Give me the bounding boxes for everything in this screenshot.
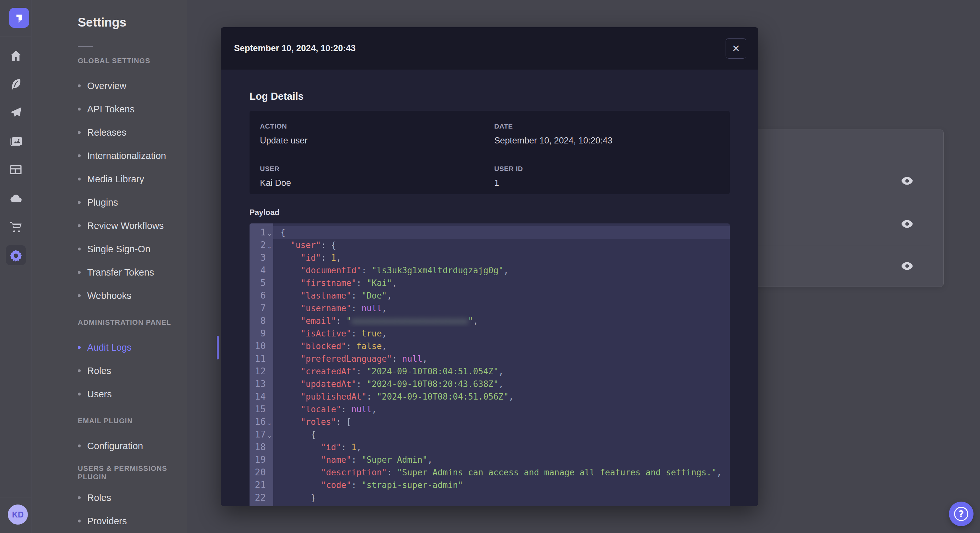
sidebar-item-api-tokens[interactable]: API Tokens (78, 104, 135, 115)
sidebar-item-overview[interactable]: Overview (78, 81, 126, 91)
fold-spacer (266, 358, 273, 360)
fold-spacer (266, 484, 273, 486)
log-details-modal: September 10, 2024, 10:20:43 ✕ Log Detai… (221, 27, 758, 506)
code-text: "username": null, (273, 302, 730, 314)
sidebar-item-single-sign-on[interactable]: Single Sign-On (78, 244, 150, 254)
sidebar-item-transfer-tokens[interactable]: Transfer Tokens (78, 267, 154, 278)
line-number: 5 (250, 278, 266, 288)
strapi-logo[interactable] (9, 8, 29, 28)
view-log-button[interactable] (898, 217, 916, 230)
code-line: 6 "lastname": "Doe", (250, 289, 730, 302)
sidebar-scrollbar-thumb[interactable] (217, 336, 219, 359)
fold-chevron-icon[interactable]: ⌄ (266, 417, 273, 427)
code-text: } (273, 491, 730, 504)
sidebar-item-media-library[interactable]: Media Library (78, 174, 144, 185)
sidebar-item-label: Overview (87, 81, 126, 91)
code-line: 2⌄ "user": { (250, 239, 730, 251)
bullet-icon (78, 271, 81, 274)
line-number: 8 (250, 316, 266, 326)
log-field: USER ID1 (494, 165, 730, 194)
rail-item-marketplace[interactable] (0, 213, 32, 241)
bullet-icon (78, 444, 81, 447)
code-text: { (273, 226, 730, 239)
line-number: 7 (250, 303, 266, 314)
rail-item-media-library[interactable] (0, 127, 32, 155)
line-number: 3 (250, 252, 266, 263)
strapi-logo-icon (13, 11, 25, 24)
rail-item-cloud[interactable] (0, 184, 32, 213)
code-line: 5 "firstname": "Kai", (250, 276, 730, 289)
log-field: DATESeptember 10, 2024, 10:20:43 (494, 122, 730, 152)
content-builder-icon (9, 78, 23, 91)
field-value: 1 (494, 178, 730, 188)
code-line: 11 "preferedLanguage": null, (250, 352, 730, 365)
content-manager-icon (9, 163, 23, 176)
line-number: 11 (250, 353, 266, 364)
fold-spacer (266, 345, 273, 347)
rail-item-content-builder[interactable] (0, 70, 32, 98)
line-number: 12 (250, 366, 266, 377)
sidebar-item-users[interactable]: Users (78, 389, 112, 400)
fold-chevron-icon[interactable]: ⌄ (266, 241, 273, 250)
sidebar-item-providers[interactable]: Providers (78, 516, 127, 527)
code-text: "email": "xxxxxxxxxxxxxxxxxxxxxxx", (273, 314, 730, 327)
modal-body: Log Details ACTIONUpdate userDATESeptemb… (221, 70, 758, 506)
question-icon: ? (954, 507, 968, 521)
sidebar-item-configuration[interactable]: Configuration (78, 441, 143, 451)
field-label: DATE (494, 122, 730, 130)
code-line: 23 ] (250, 504, 730, 506)
code-text: ] (273, 504, 730, 506)
bullet-icon (78, 520, 81, 523)
code-line: 7 "username": null, (250, 302, 730, 314)
field-value: Kai Doe (260, 178, 494, 188)
payload-code-editor[interactable]: 1⌄{2⌄ "user": {3 "id": 1,4 "documentId":… (250, 224, 730, 506)
rail-item-content-manager[interactable] (0, 155, 32, 184)
code-line: 15 "locale": null, (250, 403, 730, 416)
view-log-button[interactable] (898, 259, 916, 273)
bullet-icon (78, 248, 81, 251)
line-number: 17 (250, 429, 266, 440)
rail-item-settings[interactable] (0, 241, 32, 270)
close-icon[interactable]: ✕ (725, 38, 746, 59)
page-title: Settings (78, 16, 126, 30)
rail-item-home[interactable] (0, 41, 32, 70)
rail-item-deploy[interactable] (0, 98, 32, 127)
line-number: 23 (250, 505, 266, 506)
code-text: "lastname": "Doe", (273, 289, 730, 302)
code-line: 13 "updatedAt": "2024-09-10T08:20:43.638… (250, 378, 730, 390)
code-text: "id": 1, (273, 441, 730, 453)
rail-divider (0, 497, 32, 497)
sidebar-item-webhooks[interactable]: Webhooks (78, 290, 132, 301)
sidebar-item-review-workflows[interactable]: Review Workflows (78, 220, 164, 231)
line-number: 10 (250, 341, 266, 351)
sidebar-item-audit-logs[interactable]: Audit Logs (78, 342, 132, 353)
sidebar-item-releases[interactable]: Releases (78, 127, 126, 138)
user-avatar[interactable]: KD (8, 504, 28, 525)
sidebar-item-label: Providers (87, 516, 127, 527)
sidebar-item-internationalization[interactable]: Internationalization (78, 151, 166, 161)
bullet-icon (78, 84, 81, 87)
view-log-button[interactable] (898, 174, 916, 187)
field-label: ACTION (260, 122, 494, 130)
code-text: "updatedAt": "2024-09-10T08:20:43.638Z", (273, 378, 730, 390)
marketplace-icon (9, 220, 23, 233)
nav-section-label: ADMINISTRATION PANEL (78, 318, 171, 327)
redacted-email: xxxxxxxxxxxxxxxxxxxxxxx (351, 316, 468, 326)
code-text: "isActive": true, (273, 327, 730, 339)
code-line: 16⌄ "roles": [ (250, 416, 730, 428)
bullet-icon (78, 131, 81, 134)
payload-label: Payload (250, 208, 730, 217)
field-value: September 10, 2024, 10:20:43 (494, 136, 730, 146)
sidebar-item-plugins[interactable]: Plugins (78, 197, 118, 208)
eye-icon (901, 262, 913, 270)
fold-chevron-icon[interactable]: ⌄ (266, 430, 273, 439)
fold-chevron-icon[interactable]: ⌄ (266, 228, 273, 237)
fold-spacer (266, 396, 273, 398)
sidebar-item-roles[interactable]: Roles (78, 493, 111, 503)
code-line: 14 "publishedAt": "2024-09-10T08:04:51.0… (250, 390, 730, 403)
home-icon (9, 49, 23, 62)
line-number: 4 (250, 265, 266, 276)
sidebar-item-label: Audit Logs (87, 342, 132, 353)
sidebar-item-roles[interactable]: Roles (78, 366, 111, 376)
help-button[interactable]: ? (949, 501, 974, 526)
